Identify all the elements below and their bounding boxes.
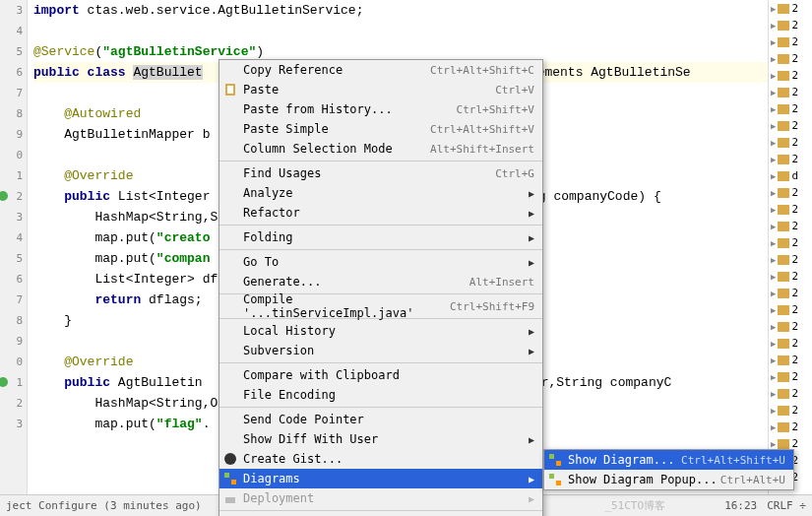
tree-item[interactable]: ▶2 — [769, 419, 812, 435]
chevron-right-icon: ▶ — [771, 37, 776, 47]
folder-icon — [778, 155, 789, 164]
gutter-marker-icon — [0, 191, 8, 201]
submenu-show-diagram[interactable]: Show Diagram...Ctrl+Alt+Shift+U — [544, 450, 793, 470]
tree-item[interactable]: ▶2 — [769, 151, 812, 167]
menu-goto[interactable]: Go To▶ — [219, 252, 542, 272]
line-number: 4 — [0, 21, 23, 41]
menu-analyze[interactable]: Analyze▶ — [219, 183, 542, 203]
chevron-right-icon: ▶ — [771, 138, 776, 148]
menu-diagrams[interactable]: Diagrams▶ — [219, 469, 542, 488]
menu-copy-reference[interactable]: Copy ReferenceCtrl+Alt+Shift+C — [219, 60, 542, 80]
gutter-marker-icon — [0, 377, 8, 387]
folder-icon — [778, 88, 789, 97]
tree-item[interactable]: ▶2 — [769, 0, 812, 17]
tree-item[interactable]: ▶2 — [769, 218, 812, 234]
tree-item[interactable]: ▶2 — [769, 402, 812, 419]
diagrams-submenu[interactable]: Show Diagram...Ctrl+Alt+Shift+U Show Dia… — [543, 449, 794, 490]
menu-deployment: Deployment▶ — [219, 488, 542, 508]
tree-label: 2 — [791, 2, 798, 15]
menu-find-usages[interactable]: Find UsagesCtrl+G — [219, 163, 542, 183]
line-number: 8 — [0, 310, 23, 331]
menu-compile[interactable]: Compile '...tinServiceImpl.java'Ctrl+Shi… — [219, 296, 542, 316]
menu-generate[interactable]: Generate...Alt+Insert — [219, 272, 542, 291]
line-gutter: 345678901234567890123 — [0, 0, 28, 494]
tree-item[interactable]: ▶2 — [769, 184, 812, 201]
chevron-right-icon: ▶ — [771, 289, 776, 298]
tree-item[interactable]: ▶2 — [769, 17, 812, 33]
project-sidebar[interactable]: ▶2▶2▶2▶2▶2▶2▶2▶2▶2▶2▶d▶2▶2▶2▶2▶2▶2▶2▶2▶2… — [768, 0, 812, 494]
svg-rect-5 — [225, 497, 235, 503]
tree-item[interactable]: ▶2 — [769, 318, 812, 335]
menu-refactor[interactable]: Refactor▶ — [219, 203, 542, 223]
annotation: @Service — [33, 44, 94, 59]
tree-label: 2 — [791, 270, 798, 283]
menu-column-selection[interactable]: Column Selection ModeAlt+Shift+Insert — [219, 139, 542, 159]
folder-icon — [778, 305, 789, 315]
chevron-right-icon: ▶ — [771, 305, 776, 315]
tree-label: 2 — [791, 420, 798, 433]
menu-create-gist[interactable]: Create Gist... — [219, 449, 542, 469]
tree-label: 2 — [791, 35, 798, 48]
tree-item[interactable]: ▶d — [769, 167, 812, 184]
folder-icon — [778, 171, 789, 181]
tree-item[interactable]: ▶2 — [769, 335, 812, 352]
tree-item[interactable]: ▶2 — [769, 368, 812, 385]
tree-item[interactable]: ▶2 — [769, 67, 812, 84]
tree-item[interactable]: ▶2 — [769, 100, 812, 117]
folder-icon — [778, 322, 789, 332]
tree-item[interactable]: ▶2 — [769, 268, 812, 285]
tree-item[interactable]: ▶2 — [769, 201, 812, 218]
tree-item[interactable]: ▶2 — [769, 251, 812, 268]
menu-send-code-pointer[interactable]: Send Code Pointer — [219, 410, 542, 429]
folder-icon — [778, 289, 789, 298]
line-number: 3 — [0, 207, 23, 227]
folder-icon — [778, 439, 789, 449]
deploy-icon — [223, 491, 237, 505]
chevron-right-icon: ▶ — [771, 238, 776, 248]
tree-item[interactable]: ▶2 — [769, 385, 812, 402]
chevron-right-icon: ▶ — [771, 88, 776, 97]
tree-label: 2 — [791, 404, 798, 417]
menu-paste-simple[interactable]: Paste SimpleCtrl+Alt+Shift+V — [219, 119, 542, 139]
menu-paste-history[interactable]: Paste from History...Ctrl+Shift+V — [219, 99, 542, 119]
keyword: import — [33, 3, 80, 18]
tree-item[interactable]: ▶2 — [769, 33, 812, 50]
menu-folding[interactable]: Folding▶ — [219, 227, 542, 247]
paste-icon — [223, 83, 237, 97]
chevron-right-icon: ▶ — [771, 339, 776, 349]
menu-paste[interactable]: PasteCtrl+V — [219, 80, 542, 99]
tree-label: 2 — [791, 119, 798, 132]
tree-item[interactable]: ▶2 — [769, 285, 812, 301]
tree-item[interactable]: ▶2 — [769, 301, 812, 318]
menu-compare-clipboard[interactable]: Compare with Clipboard — [219, 365, 542, 385]
line-number: 6 — [0, 62, 23, 83]
chevron-right-icon: ▶ — [771, 222, 776, 231]
line-number: 0 — [0, 145, 23, 165]
line-number: 2 — [0, 186, 23, 207]
tree-item[interactable]: ▶2 — [769, 352, 812, 368]
menu-show-diff[interactable]: Show Diff With User▶ — [219, 429, 542, 449]
chevron-right-icon: ▶ — [771, 355, 776, 365]
tree-label: 2 — [791, 253, 798, 266]
status-left: ject Configure (3 minutes ago) — [6, 499, 202, 512]
folder-icon — [778, 255, 789, 265]
tree-item[interactable]: ▶2 — [769, 134, 812, 151]
tree-label: 2 — [791, 186, 798, 199]
tree-label: 2 — [791, 220, 798, 232]
menu-local-history[interactable]: Local History▶ — [219, 321, 542, 341]
tree-item[interactable]: ▶2 — [769, 50, 812, 67]
context-menu[interactable]: Copy ReferenceCtrl+Alt+Shift+C PasteCtrl… — [219, 59, 543, 516]
tree-item[interactable]: ▶2 — [769, 234, 812, 251]
tree-item[interactable]: ▶2 — [769, 117, 812, 134]
tree-label: d — [791, 169, 798, 182]
chevron-right-icon: ▶ — [771, 389, 776, 399]
line-number: 9 — [0, 331, 23, 352]
menu-subversion[interactable]: Subversion▶ — [219, 341, 542, 360]
line-number: 8 — [0, 103, 23, 124]
line-number: 9 — [0, 124, 23, 145]
selected-text: AgtBullet — [133, 65, 202, 80]
line-number: 5 — [0, 248, 23, 269]
tree-item[interactable]: ▶2 — [769, 84, 812, 100]
submenu-show-diagram-popup[interactable]: Show Diagram Popup...Ctrl+Alt+U — [544, 470, 793, 489]
menu-file-encoding[interactable]: File Encoding — [219, 385, 542, 405]
